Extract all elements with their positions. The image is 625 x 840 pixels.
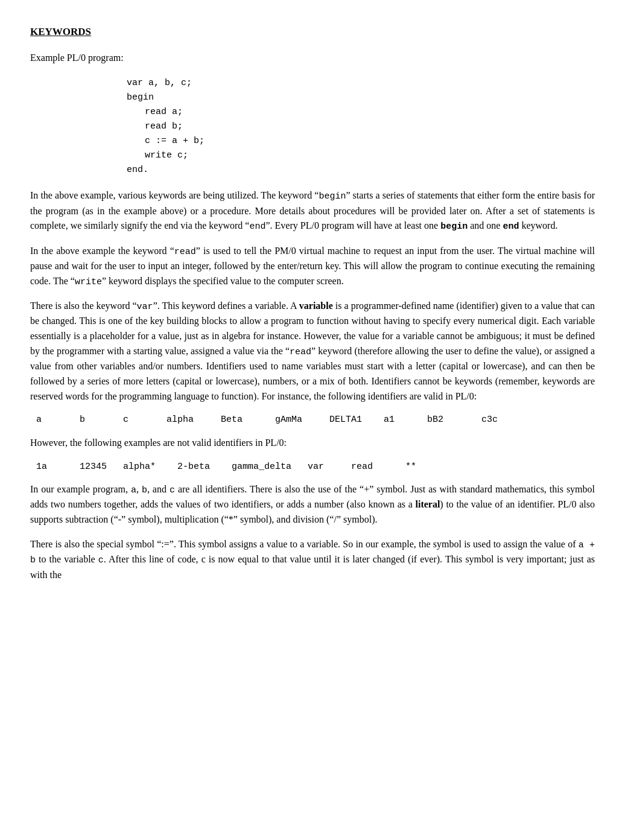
intro-text: Example PL/0 program: bbox=[30, 51, 595, 66]
keyword-var: var bbox=[137, 302, 153, 312]
valid-identifiers-row: a b c alpha Beta gAmMa DELTA1 a1 bB2 c3c bbox=[30, 413, 595, 427]
paragraph3: There is also the keyword “var”. This ke… bbox=[30, 299, 595, 404]
paragraph1: In the above example, various keywords a… bbox=[30, 188, 595, 234]
bold-variable: variable bbox=[299, 301, 333, 311]
code-line-5: c := a + b; bbox=[127, 134, 595, 148]
bold-literal: literal bbox=[415, 499, 440, 509]
keyword-end-inline: end bbox=[249, 221, 265, 232]
paragraph4: In our example program, a, b, and c are … bbox=[30, 482, 595, 527]
keyword-end-bold: end bbox=[503, 221, 519, 232]
keyword-begin: begin bbox=[319, 191, 346, 202]
paragraph2: In the above example the keyword “read” … bbox=[30, 244, 595, 289]
code-line-3: read a; bbox=[127, 105, 595, 119]
code-block: var a, b, c; begin read a; read b; c := … bbox=[127, 76, 595, 177]
var-b: b bbox=[142, 485, 147, 495]
var-a: a bbox=[131, 485, 136, 495]
keyword-begin-bold: begin bbox=[440, 221, 468, 232]
var-c: c bbox=[170, 485, 175, 495]
code-line-2: begin bbox=[127, 91, 595, 105]
var-c2: c bbox=[98, 555, 104, 565]
code-line-7: end. bbox=[127, 163, 595, 177]
keyword-write: write bbox=[75, 277, 102, 287]
valid-label: However, the following examples are not … bbox=[30, 436, 595, 451]
keyword-read: read bbox=[174, 247, 196, 257]
code-line-1: var a, b, c; bbox=[127, 76, 595, 91]
invalid-identifiers-row: 1a 12345 alpha* 2-beta gamma_delta var r… bbox=[30, 460, 595, 474]
paragraph5: There is also the special symbol “:=”. T… bbox=[30, 537, 595, 582]
code-line-6: write c; bbox=[127, 148, 595, 163]
expr-a-plus-b: a + b bbox=[30, 540, 595, 565]
code-line-4: read b; bbox=[127, 119, 595, 134]
keyword-read2: read bbox=[290, 347, 311, 357]
page-heading: KEYWORDS bbox=[30, 24, 595, 40]
